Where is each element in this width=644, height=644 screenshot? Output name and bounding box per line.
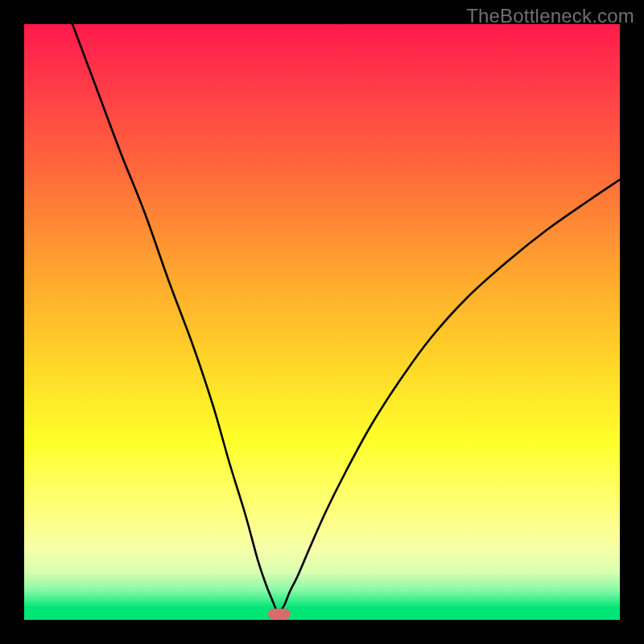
bottleneck-curve: [24, 24, 620, 620]
chart-frame: [24, 24, 620, 620]
optimum-marker: [268, 609, 291, 619]
watermark-text: TheBottleneck.com: [466, 5, 634, 27]
